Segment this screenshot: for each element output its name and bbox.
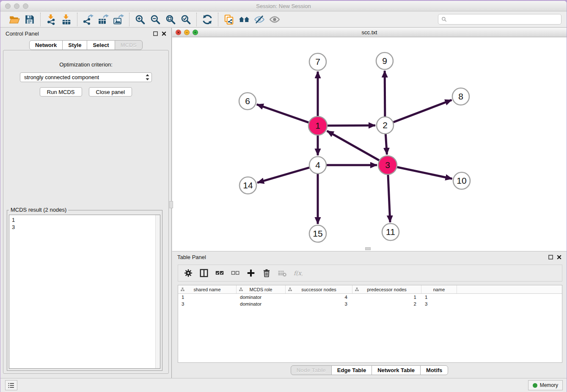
graph-node-10[interactable]: 10	[453, 172, 470, 189]
main-toolbar-groups	[4, 11, 285, 27]
column-label: shared name	[193, 287, 220, 292]
column-header-name[interactable]: name	[421, 285, 457, 293]
mcds-result-list[interactable]: 13	[9, 215, 160, 369]
svg-text:10: 10	[457, 176, 466, 185]
hide-eye-icon	[254, 14, 265, 25]
table-tab-edge-table[interactable]: Edge Table	[331, 365, 372, 375]
network-window-title: scc.txt	[172, 28, 567, 37]
desktop: Session: New Session Control Panel	[0, 0, 567, 392]
graph-node-6[interactable]: 6	[239, 93, 256, 110]
graph-node-2[interactable]: 2	[377, 117, 394, 134]
close-panel-button[interactable]: Close panel	[89, 87, 132, 97]
table-row[interactable]: 1dominator411	[178, 294, 562, 301]
table-cell: 4	[286, 294, 352, 301]
export-network-button[interactable]	[81, 13, 95, 26]
graph-node-4[interactable]: 4	[309, 157, 326, 174]
toolbar-group	[129, 13, 196, 26]
first-neighbors-button[interactable]	[237, 13, 251, 26]
graph-node-1[interactable]: 1	[308, 116, 327, 135]
node-table[interactable]: shared nameMCDS rolesuccessor nodesprede…	[178, 285, 562, 363]
save-session-button[interactable]	[23, 13, 36, 26]
network-maximize-icon[interactable]: +	[193, 30, 198, 35]
clone-network-button[interactable]	[222, 13, 236, 26]
search-box[interactable]	[438, 14, 561, 25]
graph-node-15[interactable]: 15	[309, 225, 326, 242]
tab-select[interactable]: Select	[87, 40, 115, 50]
graph-edge-2-9[interactable]	[385, 71, 385, 116]
graph-edge-3-1[interactable]	[327, 131, 379, 160]
graph-node-7[interactable]: 7	[309, 53, 326, 70]
import-table-button[interactable]	[60, 13, 73, 26]
close-window-icon[interactable]	[5, 3, 11, 9]
svg-text:3: 3	[385, 160, 390, 170]
add-column-button[interactable]	[245, 266, 257, 280]
table-options-button[interactable]	[182, 266, 195, 280]
table-row[interactable]: 3dominator323	[178, 301, 562, 307]
graph-node-11[interactable]: 11	[382, 224, 399, 240]
criterion-select[interactable]: strongly connected component	[20, 72, 152, 82]
horizontal-splitter-grip[interactable]	[365, 247, 371, 250]
result-scrollbar[interactable]	[155, 215, 160, 368]
column-header-mcds-role[interactable]: MCDS role	[237, 285, 286, 293]
graph-node-14[interactable]: 14	[239, 177, 256, 194]
float-table-panel-icon[interactable]	[548, 255, 553, 259]
graph-edge-3-11[interactable]	[388, 175, 390, 222]
graph-edge-1-2[interactable]	[328, 125, 375, 126]
network-canvas[interactable]: 7961284314101511	[172, 37, 567, 251]
graph-node-3[interactable]: 3	[378, 156, 397, 174]
close-panel-icon[interactable]	[162, 31, 166, 36]
graph-edge-4-14[interactable]	[257, 168, 309, 183]
graph-edge-2-8[interactable]	[394, 100, 452, 122]
fx-icon: f(x)	[293, 268, 303, 278]
table-tab-network-table[interactable]: Network Table	[372, 365, 421, 375]
table-tab-node-table[interactable]: Node Table	[291, 365, 332, 375]
tab-mcds[interactable]: MCDS	[115, 40, 143, 50]
graph-node-9[interactable]: 9	[376, 52, 393, 69]
tab-style[interactable]: Style	[62, 40, 87, 50]
refresh-layout-button[interactable]	[201, 13, 214, 26]
zoom-out-button[interactable]	[149, 13, 162, 26]
zoom-fit-button[interactable]	[164, 13, 177, 26]
minimize-window-icon[interactable]	[14, 3, 19, 9]
open-folder-icon	[9, 14, 20, 25]
zoom-fit-icon	[165, 14, 176, 25]
table-tab-motifs[interactable]: Motifs	[420, 365, 448, 375]
graph-edge-2-3[interactable]	[385, 134, 387, 155]
graph-node-8[interactable]: 8	[452, 88, 469, 105]
tab-network[interactable]: Network	[29, 40, 63, 50]
window-controls	[5, 3, 28, 9]
search-input[interactable]	[449, 16, 558, 22]
show-all-button[interactable]	[268, 13, 281, 26]
close-table-panel-icon[interactable]	[557, 255, 561, 259]
optimization-criterion-label: Optimization criterion:	[3, 61, 168, 68]
svg-text:2: 2	[383, 120, 388, 130]
float-panel-icon[interactable]	[153, 31, 158, 36]
graph-edge-3-10[interactable]	[397, 167, 452, 179]
column-header-successor-nodes[interactable]: successor nodes	[286, 285, 352, 293]
zoom-selected-button[interactable]	[179, 13, 193, 26]
delete-column-button[interactable]	[260, 266, 273, 280]
open-session-button[interactable]	[8, 13, 21, 26]
import-network-button[interactable]	[44, 13, 58, 26]
export-network-icon	[83, 14, 94, 25]
vertical-splitter-grip[interactable]	[169, 201, 173, 208]
select-all-rows-button[interactable]	[213, 266, 226, 280]
maximize-window-icon[interactable]	[23, 3, 28, 9]
show-columns-button[interactable]	[198, 266, 210, 280]
graph-edge-1-6[interactable]	[257, 105, 309, 123]
column-header-shared-name[interactable]: shared name	[178, 285, 237, 293]
function-builder-button: f(x)	[292, 266, 304, 280]
hide-selected-button[interactable]	[253, 13, 266, 26]
window-title: Session: New Session	[0, 1, 567, 11]
column-header-predecessor-nodes[interactable]: predecessor nodes	[352, 285, 421, 293]
memory-button[interactable]: Memory	[528, 380, 563, 390]
export-image-button[interactable]	[112, 13, 125, 26]
export-table-button[interactable]	[96, 13, 110, 26]
network-close-icon[interactable]: ✕	[176, 30, 181, 35]
zoom-in-button[interactable]	[133, 13, 147, 26]
deselect-all-rows-button[interactable]	[229, 266, 242, 280]
column-label: successor nodes	[301, 287, 336, 292]
run-mcds-button[interactable]: Run MCDS	[40, 87, 82, 97]
network-minimize-icon[interactable]: −	[184, 30, 190, 35]
task-history-button[interactable]	[5, 380, 17, 390]
